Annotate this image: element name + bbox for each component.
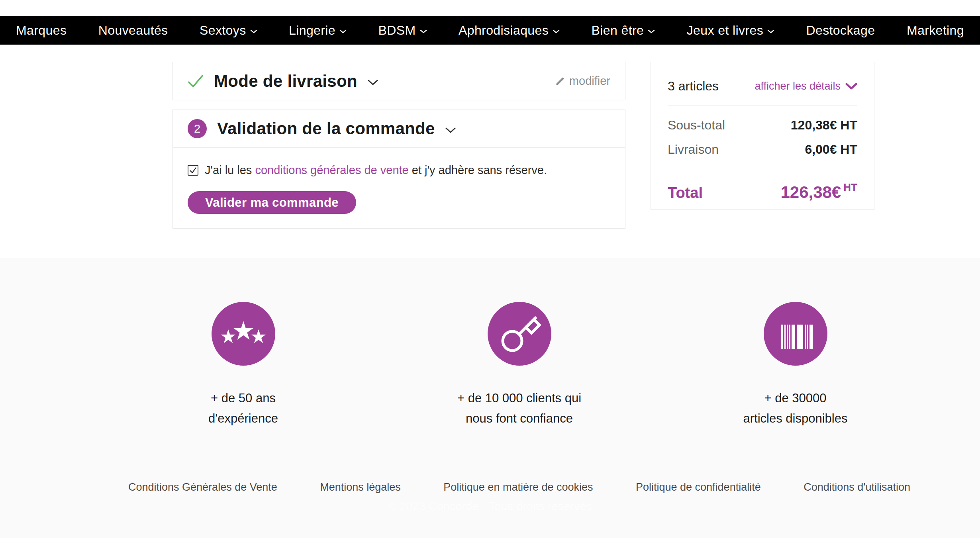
nav-item-label: Bien être [592, 23, 644, 38]
three-stars-icon [212, 302, 275, 366]
validation-step-card: 2 Validation de la commande J'ai lu les … [172, 110, 625, 229]
nav-item-label: BDSM [378, 23, 416, 38]
reassurance-section: + de 50 ans d'expérience + de 10 000 cli… [0, 258, 980, 538]
total-row: Total 126,38€HT [668, 181, 857, 202]
feature-line: + de 10 000 clients qui [457, 388, 581, 408]
nav-item-marketing[interactable]: Marketing [907, 23, 964, 38]
nav-item-label: Aphrodisiaques [459, 23, 549, 38]
feature-experience-text: + de 50 ans d'expérience [208, 388, 278, 429]
checkmark-icon [188, 166, 198, 175]
chevron-down-icon [420, 29, 427, 34]
shipping-step-card[interactable]: Mode de livraison modifier [172, 62, 625, 100]
nav-item-aphrodisiaques[interactable]: Aphrodisiaques [459, 23, 560, 38]
nav-item-jeux-et-livres[interactable]: Jeux et livres [687, 23, 774, 38]
order-summary-card: 3 articles afficher les détails Sous-tot… [651, 62, 874, 210]
feature-experience: + de 50 ans d'expérience [105, 302, 381, 429]
copyright-text: © 2023 Concorde - Tous droits réservés [0, 500, 980, 513]
feature-articles: + de 30000 articles disponibles [657, 302, 933, 429]
footer-link-cgv[interactable]: Conditions Générales de Vente [128, 481, 277, 493]
validation-step-title: Validation de la commande [217, 119, 435, 138]
items-count: 3 articles [668, 79, 719, 94]
validation-step-header[interactable]: 2 Validation de la commande [173, 110, 625, 148]
validate-order-button[interactable]: Valider ma commande [188, 191, 356, 214]
feature-line: nous font confiance [457, 408, 581, 429]
check-icon [188, 74, 204, 88]
shipping-cost-value: 6,00€ HT [805, 142, 857, 157]
barcode-icon [764, 302, 827, 366]
total-tax-suffix: HT [843, 181, 857, 193]
footer-link-utilisation[interactable]: Conditions d'utilisation [804, 481, 910, 493]
nav-item-nouveautes[interactable]: Nouveautés [98, 23, 168, 38]
footer-link-cookies[interactable]: Politique en matière de cookies [443, 481, 593, 493]
nav-item-label: Destockage [806, 23, 875, 38]
nav-item-destockage[interactable]: Destockage [806, 23, 875, 38]
feature-line: + de 30000 [743, 388, 848, 408]
chevron-down-icon[interactable] [445, 127, 456, 133]
nav-item-label: Marques [16, 23, 67, 38]
nav-item-marques[interactable]: Marques [16, 23, 67, 38]
total-label: Total [668, 184, 703, 202]
subtotal-label: Sous-total [668, 118, 725, 133]
nav-item-bien-etre[interactable]: Bien être [592, 23, 655, 38]
total-amount: 126,38€ [781, 183, 841, 202]
summary-divider [668, 106, 857, 106]
feature-clients: + de 10 000 clients qui nous font confia… [381, 302, 657, 429]
shipping-cost-label: Livraison [668, 142, 719, 157]
terms-checkbox[interactable] [188, 165, 198, 176]
chevron-down-icon [553, 29, 560, 34]
total-value: 126,38€HT [781, 181, 858, 202]
pencil-icon [555, 76, 565, 86]
terms-conditions-link[interactable]: conditions générales de vente [255, 164, 408, 176]
modify-shipping-label: modifier [569, 74, 610, 88]
nav-item-sextoys[interactable]: Sextoys [200, 23, 257, 38]
chevron-down-icon [339, 29, 347, 34]
key-icon [488, 302, 551, 366]
shipping-cost-row: Livraison 6,00€ HT [668, 142, 857, 157]
chevron-down-icon [767, 29, 774, 34]
footer-links: Conditions Générales de Vente Mentions l… [105, 481, 933, 493]
nav-item-label: Marketing [907, 23, 964, 38]
subtotal-row: Sous-total 120,38€ HT [668, 118, 857, 133]
footer-link-mentions-legales[interactable]: Mentions légales [320, 481, 401, 493]
feature-line: articles disponibles [743, 408, 848, 429]
terms-label: J'ai lu les conditions générales de vent… [205, 164, 547, 177]
chevron-down-icon[interactable] [368, 80, 378, 86]
terms-prefix: J'ai lu les [205, 164, 255, 176]
nav-item-label: Jeux et livres [687, 23, 763, 38]
features-row: + de 50 ans d'expérience + de 10 000 cli… [105, 302, 933, 429]
feature-line: d'expérience [208, 408, 278, 429]
show-details-label: afficher les détails [755, 80, 841, 92]
nav-item-label: Lingerie [289, 23, 335, 38]
checkout-main: Mode de livraison modifier 2 Validation … [0, 45, 980, 258]
feature-articles-text: + de 30000 articles disponibles [743, 388, 848, 429]
show-details-link[interactable]: afficher les détails [755, 80, 857, 92]
feature-clients-text: + de 10 000 clients qui nous font confia… [457, 388, 581, 429]
feature-line: + de 50 ans [208, 388, 278, 408]
nav-item-lingerie[interactable]: Lingerie [289, 23, 347, 38]
step-number-badge: 2 [188, 119, 207, 138]
main-navigation: Marques Nouveautés Sextoys Lingerie BDSM… [0, 16, 980, 45]
terms-suffix: et j'y adhère sans réserve. [409, 164, 547, 176]
subtotal-value: 120,38€ HT [791, 118, 857, 133]
footer-link-confidentialite[interactable]: Politique de confidentialité [636, 481, 761, 493]
checkout-steps-column: Mode de livraison modifier 2 Validation … [172, 62, 625, 258]
nav-item-label: Nouveautés [98, 23, 168, 38]
chevron-down-icon [250, 29, 257, 34]
chevron-down-icon [845, 83, 857, 90]
modify-shipping-link[interactable]: modifier [555, 74, 610, 88]
chevron-down-icon [648, 29, 655, 34]
nav-item-label: Sextoys [200, 23, 246, 38]
summary-divider [668, 169, 857, 169]
nav-item-bdsm[interactable]: BDSM [378, 23, 427, 38]
validation-step-body: J'ai lu les conditions générales de vent… [173, 148, 625, 228]
shipping-step-title: Mode de livraison [214, 72, 357, 91]
